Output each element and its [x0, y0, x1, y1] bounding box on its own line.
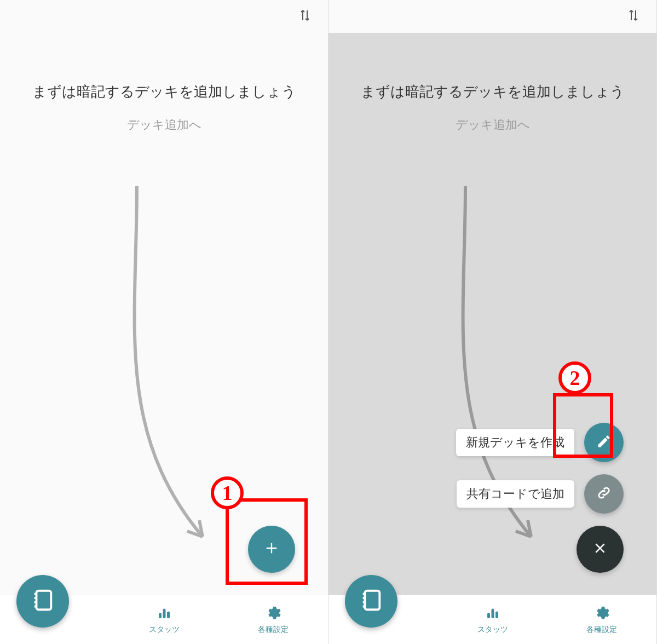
empty-state: まずは暗記するデッキを追加しましょう デッキ追加へ [0, 33, 328, 595]
create-deck-button[interactable] [584, 423, 624, 462]
nav-settings[interactable]: 各種設定 [547, 605, 656, 635]
close-speed-dial-button[interactable] [577, 526, 624, 573]
svg-rect-0 [37, 591, 51, 610]
bottom-nav: スタッツ 各種設定 [328, 595, 656, 644]
nav-settings[interactable]: 各種設定 [218, 605, 328, 635]
nav-settings-label: 各種設定 [258, 625, 289, 635]
sort-icon[interactable] [627, 9, 640, 24]
dial-share-row: 共有コードで追加 [457, 474, 624, 514]
nav-stats-label: スタッツ [477, 625, 508, 635]
svg-rect-7 [495, 612, 498, 619]
nav-decks-active[interactable] [345, 575, 397, 628]
gear-icon [265, 605, 281, 623]
nav-settings-label: 各種設定 [586, 625, 617, 635]
guide-arrow [82, 186, 246, 559]
share-code-button[interactable] [584, 474, 624, 514]
dial-create-row: 新規デッキを作成 [456, 423, 624, 462]
screen-before: まずは暗記するデッキを追加しましょう デッキ追加へ [0, 0, 328, 644]
bars-icon [485, 605, 501, 623]
svg-rect-6 [491, 609, 494, 619]
screen-after: まずは暗記するデッキを追加しましょう デッキ追加へ 新規デッキを作成 [328, 0, 657, 644]
link-icon [596, 485, 612, 503]
svg-rect-4 [365, 591, 380, 610]
gear-icon [593, 605, 610, 623]
empty-title: まずは暗記するデッキを追加しましょう [0, 82, 328, 101]
nav-stats-label: スタッツ [149, 625, 180, 635]
bars-icon [156, 605, 172, 623]
svg-rect-1 [159, 613, 162, 618]
nav-decks-active[interactable] [16, 575, 69, 628]
svg-rect-2 [163, 609, 165, 619]
plus-icon [264, 540, 279, 558]
nav-stats[interactable]: スタッツ [110, 605, 219, 635]
dial-create-label[interactable]: 新規デッキを作成 [456, 429, 574, 456]
svg-rect-5 [487, 613, 490, 618]
add-deck-fab[interactable] [248, 526, 295, 573]
empty-title: まずは暗記するデッキを追加しましょう [328, 82, 656, 101]
empty-subtitle: デッキ追加へ [0, 117, 328, 133]
svg-rect-3 [167, 612, 170, 619]
notebook-icon [30, 588, 55, 615]
topbar [328, 0, 656, 33]
close-icon [593, 541, 607, 557]
topbar [0, 0, 328, 33]
bottom-nav: スタッツ 各種設定 [0, 595, 328, 644]
nav-stats[interactable]: スタッツ [438, 605, 548, 635]
sort-icon[interactable] [298, 9, 312, 24]
empty-subtitle: デッキ追加へ [328, 117, 656, 133]
notebook-icon [359, 588, 384, 615]
dial-share-label[interactable]: 共有コードで追加 [457, 480, 574, 508]
speed-dial: 新規デッキを作成 共有コードで追加 [456, 423, 624, 573]
dial-close-row: x [541, 526, 624, 573]
pencil-icon [596, 434, 612, 451]
